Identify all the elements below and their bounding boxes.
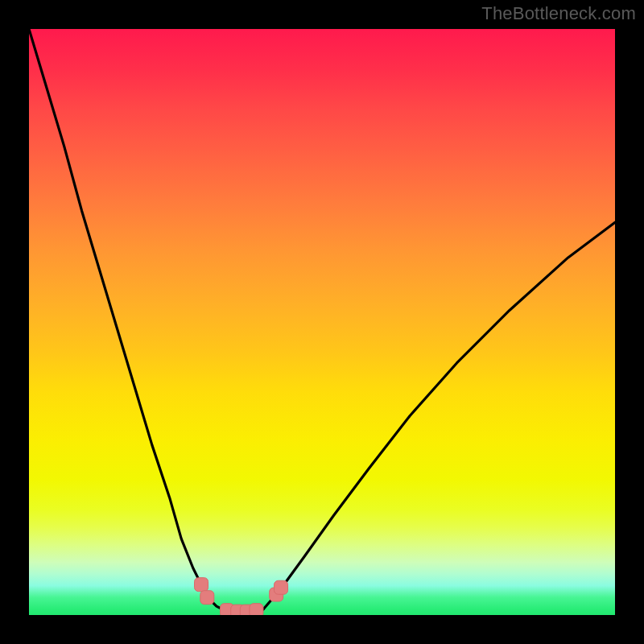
bottleneck-marker: [195, 578, 208, 592]
curve-left-curve: [29, 29, 222, 609]
curve-right-curve: [263, 222, 615, 609]
watermark-text: TheBottleneck.com: [481, 3, 636, 24]
curve-layer: [29, 29, 615, 615]
outer-frame: TheBottleneck.com: [0, 0, 644, 644]
curve-group: [29, 29, 615, 612]
bottleneck-marker: [200, 591, 214, 605]
bottleneck-marker: [275, 580, 288, 594]
marker-group: [195, 578, 288, 615]
bottleneck-marker: [250, 604, 263, 615]
plot-area: [29, 29, 615, 615]
